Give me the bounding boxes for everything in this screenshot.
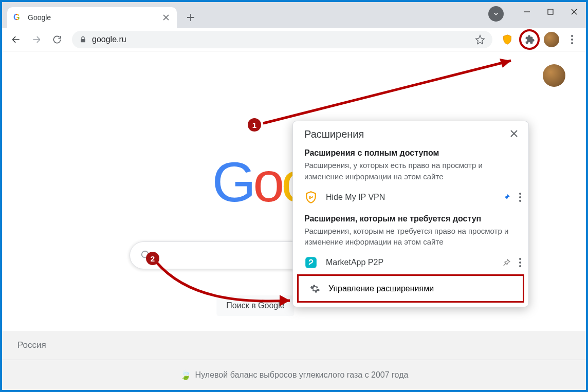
footer-carbon: 🍃 Нулевой баланс выбросов углекислого га… bbox=[2, 360, 586, 390]
browser-toolbar: google.ru bbox=[2, 28, 586, 51]
puzzle-icon bbox=[524, 34, 535, 45]
extension-menu-button[interactable] bbox=[519, 258, 521, 267]
pin-icon[interactable] bbox=[502, 193, 511, 202]
window-controls bbox=[515, 2, 586, 22]
extension-menu-button[interactable] bbox=[519, 193, 521, 202]
extension-row[interactable]: IP Hide My IP VPN bbox=[293, 185, 528, 209]
full-access-heading: Расширения с полным доступом bbox=[304, 148, 517, 158]
svg-marker-8 bbox=[500, 59, 511, 68]
x-icon bbox=[163, 14, 169, 21]
vpn-extension-icon[interactable] bbox=[499, 31, 516, 48]
chevron-down-icon bbox=[492, 10, 500, 17]
page-content: Google Поиск в Google Мне повезёт! Расши… bbox=[2, 51, 586, 390]
shield-icon: IP bbox=[304, 191, 318, 204]
close-window-button[interactable] bbox=[562, 2, 586, 22]
manage-extensions-button[interactable]: Управление расширениями bbox=[299, 276, 523, 301]
extension-name: Hide My IP VPN bbox=[326, 193, 493, 202]
extensions-dropdown: Расширения Расширения с полным доступом … bbox=[292, 121, 529, 307]
gear-icon bbox=[310, 284, 320, 294]
address-bar[interactable]: google.ru bbox=[72, 31, 492, 48]
url-text: google.ru bbox=[92, 35, 470, 44]
arrow-left-icon bbox=[11, 34, 21, 45]
svg-rect-2 bbox=[81, 39, 85, 42]
annotation-callout-2: 2 bbox=[146, 252, 159, 265]
browser-titlebar: G Google bbox=[2, 2, 586, 28]
no-access-desc: Расширения, которым не требуется право н… bbox=[304, 226, 517, 248]
chrome-menu-button[interactable] bbox=[563, 31, 581, 48]
plus-icon bbox=[187, 13, 195, 22]
pin-outline-icon[interactable] bbox=[502, 258, 511, 267]
full-access-desc: Расширения, у которых есть право на прос… bbox=[304, 160, 517, 182]
maximize-button[interactable] bbox=[539, 2, 562, 22]
shield-icon bbox=[502, 34, 513, 45]
arrow-right-icon bbox=[31, 34, 42, 45]
kebab-icon bbox=[571, 35, 573, 44]
avatar-icon bbox=[544, 32, 559, 47]
new-tab-button[interactable] bbox=[182, 9, 199, 26]
x-icon bbox=[510, 129, 518, 138]
footer-country: Россия bbox=[2, 331, 586, 360]
app-icon bbox=[304, 256, 318, 269]
minimize-icon bbox=[523, 8, 530, 15]
star-icon[interactable] bbox=[475, 34, 485, 45]
tab-close-button[interactable] bbox=[161, 13, 171, 22]
minimize-button[interactable] bbox=[515, 2, 539, 22]
lock-icon bbox=[79, 35, 87, 43]
svg-line-7 bbox=[263, 61, 511, 123]
manage-extensions-highlight: Управление расширениями bbox=[297, 274, 524, 303]
dropdown-title: Расширения bbox=[304, 128, 507, 140]
extension-name: MarketApp P2P bbox=[326, 258, 493, 267]
guest-indicator[interactable] bbox=[488, 6, 504, 22]
google-favicon: G bbox=[13, 13, 23, 22]
svg-text:IP: IP bbox=[309, 195, 313, 200]
maximize-icon bbox=[547, 9, 554, 15]
profile-avatar[interactable] bbox=[543, 31, 560, 48]
footer-carbon-text: Нулевой баланс выбросов углекислого газа… bbox=[195, 370, 409, 380]
x-icon bbox=[571, 8, 578, 15]
forward-button[interactable] bbox=[28, 31, 45, 48]
leaf-icon: 🍃 bbox=[180, 369, 191, 381]
extensions-button-highlight bbox=[519, 29, 540, 50]
back-button[interactable] bbox=[7, 31, 25, 48]
google-footer: Россия 🍃 Нулевой баланс выбросов углекис… bbox=[2, 331, 586, 390]
dropdown-close-button[interactable] bbox=[507, 129, 521, 140]
browser-tab[interactable]: G Google bbox=[7, 7, 177, 28]
extension-row[interactable]: MarketApp P2P bbox=[293, 251, 528, 274]
avatar-icon bbox=[543, 64, 565, 87]
svg-rect-1 bbox=[548, 9, 553, 14]
tab-title: Google bbox=[28, 13, 156, 22]
no-access-heading: Расширения, которым не требуется доступ bbox=[304, 214, 517, 223]
google-account-button[interactable] bbox=[543, 64, 565, 87]
manage-extensions-label: Управление расширениями bbox=[328, 284, 434, 293]
reload-button[interactable] bbox=[48, 31, 66, 48]
extensions-button[interactable] bbox=[524, 34, 535, 45]
annotation-callout-1: 1 bbox=[248, 118, 261, 132]
google-search-button[interactable]: Поиск в Google bbox=[216, 295, 294, 316]
reload-icon bbox=[52, 34, 62, 45]
